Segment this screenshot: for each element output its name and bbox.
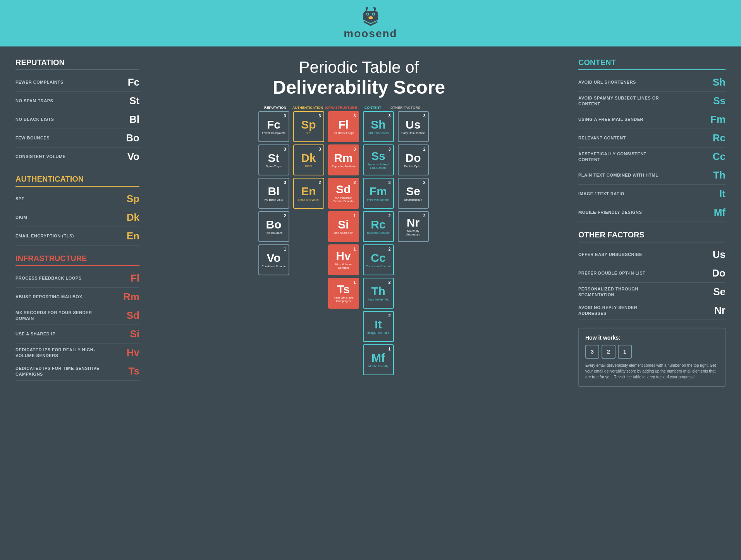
pt-cell-st: 3 St Spam Traps <box>258 144 289 175</box>
pt-name: Mobile Friendly <box>368 364 388 368</box>
how-boxes: 321 <box>585 345 719 359</box>
pt-cell-ts: 1 Ts Time-Sensitive Campaigns <box>328 278 359 309</box>
pt-num: 1 <box>388 347 390 351</box>
item-label: DEDICATED IPS FOR REALLY HIGH-VOLUME SEN… <box>15 347 101 358</box>
pt-sym: Ts <box>337 283 350 295</box>
list-item: MOBILE-FRIENDLY DESIGNS Mf <box>578 203 726 222</box>
item-label: USE A SHARED IP <box>15 331 55 337</box>
pt-name: Feedback Loops <box>333 131 354 135</box>
item-symbol: Se <box>706 286 726 298</box>
pt-sym: Fl <box>338 119 349 131</box>
item-symbol: Ss <box>706 95 726 107</box>
pt-name: Spam Traps <box>266 165 281 168</box>
pt-cell-empty <box>258 278 289 309</box>
pt-cell-empty <box>258 344 289 375</box>
reputation-section-title: REPUTATION <box>15 58 139 70</box>
list-item: DEDICATED IPS FOR REALLY HIGH-VOLUME SEN… <box>15 344 139 362</box>
list-item: USE A SHARED IP Si <box>15 325 139 344</box>
pt-name: Fewer Complaints <box>262 131 285 135</box>
other-items: OFFER EASY UNSUBSCRIBE Us PREFER DOUBLE … <box>578 246 726 320</box>
pt-name: Relevant Content <box>367 231 390 235</box>
pt-cell-fm: 3 Fm Free Mail Sender <box>363 178 394 209</box>
pt-num: 3 <box>284 147 286 151</box>
pt-name: MX Records/ Sender Domain <box>330 196 357 203</box>
pt-sym: Bo <box>266 219 282 230</box>
item-label: PREFER DOUBLE OPT-IN LIST <box>578 270 645 276</box>
how-it-works-box: How it works: 321 Every email deliverabi… <box>578 328 726 387</box>
pt-num: 3 <box>423 113 425 118</box>
auth-section-title: AUTHENTICATION <box>15 175 139 187</box>
item-symbol: En <box>120 230 139 242</box>
pt-num: 2 <box>423 180 425 185</box>
auth-items: SPF Sp DKIM Dk EMAIL ENCRYPTION (TLS) En <box>15 190 139 246</box>
pt-num: 3 <box>318 113 321 118</box>
title-bottom: Deliverability Score <box>273 77 445 98</box>
pt-name: Segmentation <box>404 198 422 201</box>
pt-name: Email Encryption <box>297 198 319 201</box>
item-label: USING A FREE MAIL SENDER <box>578 117 643 122</box>
item-label: FEWER COMPLAINTS <box>15 79 64 85</box>
pt-num: 3 <box>353 147 356 151</box>
infra-items: PROCESS FEEDBACK LOOPS Fl ABUSE REPORTIN… <box>15 269 139 381</box>
item-symbol: Ts <box>120 365 139 377</box>
column-headers: REPUTATION AUTHENTICATION INFRASTRUCTURE… <box>258 106 460 110</box>
item-symbol: It <box>706 188 726 200</box>
list-item: DKIM Dk <box>15 208 139 227</box>
pt-name: Reporting Mailbox <box>332 165 355 168</box>
pt-cell-empty <box>293 278 324 309</box>
pt-cell-bo: 2 Bo Few Bounces <box>258 211 289 242</box>
pt-sym: Bl <box>268 186 280 197</box>
pt-sym: Sh <box>371 119 385 131</box>
item-label: MOBILE-FRIENDLY DESIGNS <box>578 210 642 215</box>
item-symbol: Bo <box>120 132 139 144</box>
item-label: NO SPAM TRAPS <box>15 98 53 103</box>
list-item: AESTHETICALLY CONSISTENT CONTENT Cc <box>578 148 726 166</box>
pt-cell-empty <box>398 244 429 275</box>
pt-sym: Do <box>406 152 421 164</box>
item-symbol: Bl <box>120 113 139 125</box>
pt-num: 3 <box>318 147 321 151</box>
item-label: AESTHETICALLY CONSISTENT CONTENT <box>578 151 664 162</box>
item-symbol: Do <box>706 267 726 279</box>
pt-sym: Dk <box>301 152 316 164</box>
pt-num: 3 <box>388 113 390 118</box>
how-box: 2 <box>602 345 615 359</box>
right-sidebar: CONTENT AVOID URL SHORTENERS Sh AVOID SP… <box>578 58 726 387</box>
col-header-auth: AUTHENTICATION <box>292 106 323 110</box>
item-symbol: Mf <box>706 206 726 218</box>
pt-cell-mf: 1 Mf Mobile Friendly <box>363 344 394 375</box>
item-label: OFFER EASY UNSUBSCRIBE <box>578 252 642 257</box>
item-label: EMAIL ENCRYPTION (TLS) <box>15 233 74 239</box>
item-label: IMAGE / TEXT RATIO <box>578 191 624 196</box>
pt-num: 1 <box>353 247 356 251</box>
pt-cell-empty <box>293 244 324 275</box>
pt-cell-empty <box>328 344 359 375</box>
item-label: PROCESS FEEDBACK LOOPS <box>15 275 82 281</box>
pt-cell-nr: 2 Nr No-Reply Addresses <box>398 211 429 242</box>
pt-name: DKIM <box>305 165 312 168</box>
pt-num: 3 <box>284 180 286 185</box>
pt-cell-dk: 3 Dk DKIM <box>293 144 324 175</box>
left-sidebar: REPUTATION FEWER COMPLAINTS Fc NO SPAM T… <box>15 58 139 387</box>
pt-name: Spammy Subject Line/Content <box>365 163 392 170</box>
list-item: AVOID URL SHORTENERS Sh <box>578 73 726 92</box>
item-label: NO BLACK LISTS <box>15 117 54 122</box>
list-item: SPF Sp <box>15 190 139 208</box>
pt-name: Consistent Content <box>366 265 391 268</box>
item-label: CONSISTENT VOLUME <box>15 154 66 159</box>
pt-num: 2 <box>388 280 390 285</box>
item-symbol: Fc <box>120 76 139 88</box>
pt-cell-it: 2 It Image/Text Ratio <box>363 311 394 342</box>
pt-sym: Th <box>371 285 385 297</box>
pt-cell-rc: 2 Rc Relevant Content <box>363 211 394 242</box>
pt-cell-empty <box>293 311 324 342</box>
pt-num: 3 <box>388 147 390 151</box>
item-label: MX RECORDS FOR YOUR SENDER DOMAIN <box>15 310 101 321</box>
item-label: FEW BOUNCES <box>15 135 50 141</box>
pt-name: Consistent Volume <box>261 265 286 268</box>
how-text: Every email deliverability element comes… <box>585 362 719 380</box>
pt-cell-fc: 3 Fc Fewer Complaints <box>258 111 289 142</box>
list-item: ABUSE REPORTING MAILBOX Rm <box>15 288 139 306</box>
pt-cell-bl: 3 Bl No Black Lists <box>258 178 289 209</box>
list-item: EMAIL ENCRYPTION (TLS) En <box>15 227 139 246</box>
